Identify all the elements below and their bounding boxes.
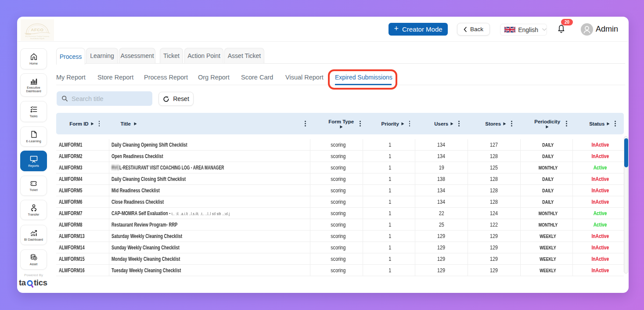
svg-text:ta: ta xyxy=(19,278,26,287)
svg-text:A Q Restaurant Trading Company: A Q Restaurant Trading Company xyxy=(25,36,49,37)
svg-text:tics: tics xyxy=(34,278,47,287)
svg-text:AFCO: AFCO xyxy=(31,27,44,32)
svg-text:Saudi Arabia Riyadh: Saudi Arabia Riyadh xyxy=(30,38,45,40)
